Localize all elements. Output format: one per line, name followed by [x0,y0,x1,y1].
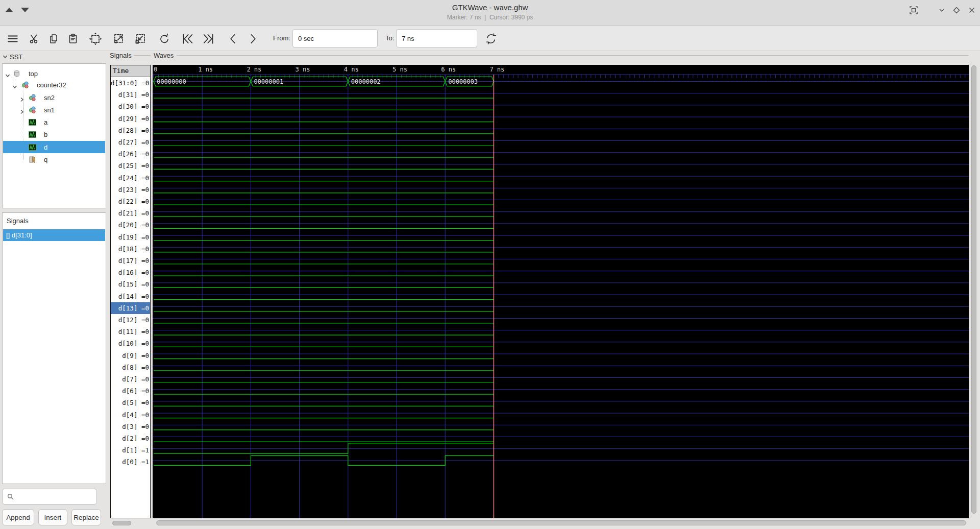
go-to-end-button[interactable] [200,30,217,47]
timeline-tick-label: 1 ns [198,66,213,73]
signal-row-d[27][interactable]: d[27] =0 [111,136,150,148]
hscrollbar-thumb[interactable] [156,520,966,525]
sst-header[interactable]: SST [3,53,22,61]
from-input[interactable] [292,29,378,47]
zoom-fit-button[interactable] [87,30,104,47]
signal-row-d[30][interactable]: d[30] =0 [111,101,150,112]
signal-row-d[18][interactable]: d[18] =0 [111,243,150,255]
signal-row-d[1][interactable]: d[1] =1 [111,444,150,456]
signal-icon [29,118,36,126]
reload-button[interactable] [482,30,500,47]
names-frame-label: Signals [110,52,132,59]
signal-row-d[21][interactable]: d[21] =0 [111,207,150,219]
sst-header-label: SST [10,53,22,61]
signal-row-d[6][interactable]: d[6] =0 [111,385,150,397]
close-button[interactable] [966,4,978,16]
tree-item-d[interactable]: d [3,141,105,153]
signal-row-d[25][interactable]: d[25] =0 [111,160,150,172]
append-button[interactable]: Append [2,509,34,525]
signal-row-d[7][interactable]: d[7] =0 [111,373,150,385]
frame-line [177,55,969,56]
toolbar: From: To: [0,26,980,51]
signals-list-label: Signals [7,217,29,225]
to-label: To: [385,34,394,42]
tree-item-sn2[interactable]: sn2 [3,91,105,104]
signals-list-item[interactable]: [] d[31:0] [3,229,105,241]
tree-item-label: d [44,143,47,151]
replace-button[interactable]: Replace [71,509,101,525]
expander-open-icon[interactable] [12,82,17,87]
paste-icon [67,33,79,45]
maximize-button[interactable] [950,4,963,16]
step-right-button[interactable] [244,30,261,47]
insert-button[interactable]: Insert [38,509,67,525]
signal-row-d[19][interactable]: d[19] =0 [111,231,150,243]
signal-row-d[31][interactable]: d[31] =0 [111,89,150,101]
signal-row-d[16][interactable]: d[16] =0 [111,267,150,278]
signal-row-d[0][interactable]: d[0] =1 [111,456,150,468]
tree-item-label: sn2 [44,94,55,102]
waves-frame-label: Waves [154,52,174,59]
status-line: Marker: 7 ns | Cursor: 3990 ps [0,14,980,21]
signal-row-d[3][interactable]: d[3] =0 [111,421,150,432]
tree-item-q[interactable]: q [3,153,105,165]
tree-item-label: q [44,156,47,163]
signal-row-d[5][interactable]: d[5] =0 [111,397,150,408]
tree-item-b[interactable]: b [3,128,105,140]
signal-row-d[31:0][interactable]: d[31:0] =0 [111,77,150,89]
signal-row-d[17][interactable]: d[17] =0 [111,255,150,267]
signal-row-d[28][interactable]: d[28] =0 [111,125,150,136]
zoom-out-button[interactable] [132,30,149,47]
signal-row-d[4][interactable]: d[4] =0 [111,409,150,421]
minimize-button[interactable] [936,4,948,16]
cursor-status: Cursor: 3990 ps [489,14,533,21]
module-icon [21,81,29,88]
signal-row-d[15][interactable]: d[15] =0 [111,278,150,290]
expander-open-icon[interactable] [5,71,10,76]
signal-row-d[13][interactable]: d[13] =0 [111,302,150,314]
timeline-tick-label: 5 ns [393,66,407,73]
signal-row-d[8][interactable]: d[8] =0 [111,362,150,373]
signal-row-d[9][interactable]: d[9] =0 [111,350,150,362]
tree-item-top[interactable]: top [3,67,105,80]
waveform-canvas[interactable]: 01 ns2 ns3 ns4 ns5 ns6 ns7 ns00000000000… [153,65,969,518]
fullscreen-button[interactable] [908,4,920,16]
search-input[interactable] [2,489,97,504]
expander-closed-icon[interactable] [19,107,24,112]
signal-row-d[12][interactable]: d[12] =0 [111,314,150,326]
signal-row-d[29][interactable]: d[29] =0 [111,113,150,125]
time-header[interactable]: Time [111,65,150,77]
tree-item-sn1[interactable]: sn1 [3,104,105,116]
bus-value-label: 00000000 [157,78,186,85]
tree-item-a[interactable]: a [3,116,105,128]
copy-button[interactable] [45,30,62,47]
signal-row-d[11][interactable]: d[11] =0 [111,326,150,338]
menu-button[interactable] [4,30,21,47]
undo-button[interactable] [156,30,173,47]
diamond-icon [951,5,962,15]
signal-row-d[20][interactable]: d[20] =0 [111,219,150,231]
paste-button[interactable] [64,30,82,47]
copy-icon [47,33,60,45]
signal-row-d[24][interactable]: d[24] =0 [111,172,150,184]
frame-line [134,55,151,56]
collapse-chevron-icon [3,54,8,59]
signal-row-d[10][interactable]: d[10] =0 [111,338,150,349]
waves-vscrollbar[interactable] [970,65,978,518]
signal-row-d[26][interactable]: d[26] =0 [111,148,150,160]
to-input[interactable] [396,29,477,47]
go-to-start-button[interactable] [179,30,196,47]
names-hscrollbar[interactable] [112,521,131,525]
cut-button[interactable] [26,30,43,47]
step-left-button[interactable] [225,30,242,47]
expander-closed-icon[interactable] [19,95,24,100]
signal-row-d[14][interactable]: d[14] =0 [111,291,150,302]
vscrollbar-thumb[interactable] [971,65,976,514]
signal-row-d[23][interactable]: d[23] =0 [111,184,150,196]
waves-hscrollbar[interactable] [153,520,969,526]
tree-item-counter32[interactable]: counter32 [3,79,105,91]
signal-row-d[22][interactable]: d[22] =0 [111,196,150,207]
zoom-in-button[interactable] [110,30,128,47]
signal-row-d[2][interactable]: d[2] =0 [111,432,150,444]
zoom-in-icon [112,32,126,45]
